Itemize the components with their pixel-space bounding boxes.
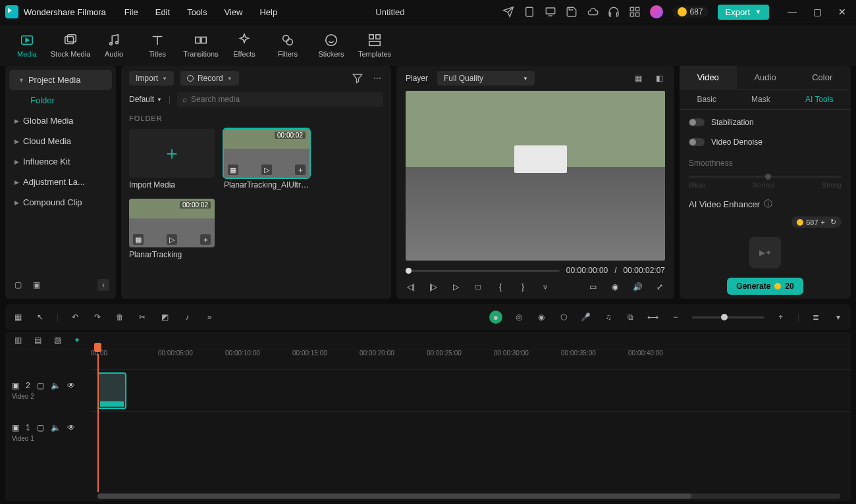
track-folder-icon[interactable]: ▢ (37, 423, 44, 432)
volume-icon[interactable]: 🔊 (632, 282, 643, 292)
record-icon[interactable]: ◉ (535, 311, 547, 323)
preview-viewport[interactable] (406, 91, 665, 261)
tab-templates[interactable]: Templates (353, 24, 396, 66)
h-scrollbar[interactable] (97, 493, 840, 499)
import-media-tile[interactable]: ＋ Import Media (129, 129, 215, 189)
track-mute-icon[interactable]: 🔈 (51, 381, 61, 390)
sidebar-adjustment-layer[interactable]: ▶Adjustment La... (5, 172, 116, 192)
mark-out-icon[interactable]: } (518, 282, 528, 292)
maximize-button[interactable]: ▢ (809, 7, 826, 17)
link-icon[interactable]: ⧉ (625, 311, 637, 323)
zoom-out-icon[interactable]: − (670, 311, 682, 323)
cut-icon[interactable]: ✂ (136, 311, 148, 323)
track-tool-3[interactable]: ▧ (51, 334, 63, 346)
media-clip-1[interactable]: 00:00:02 ▦▷＋ PlanarTracking_AIUltra... (224, 129, 309, 189)
crop-icon[interactable]: ◩ (159, 311, 171, 323)
fullscreen-icon[interactable]: ⤢ (655, 282, 665, 292)
headphones-icon[interactable] (608, 6, 620, 18)
inspector-tab-audio[interactable]: Audio (737, 66, 794, 89)
track-camera-icon[interactable]: ▣ (12, 381, 19, 390)
tracks-menu-icon[interactable]: ▾ (832, 311, 844, 323)
sidebar-global-media[interactable]: ▶Global Media (5, 111, 116, 131)
filter-icon[interactable] (352, 72, 363, 84)
prev-frame-icon[interactable]: ◁| (406, 282, 416, 292)
fit-icon[interactable]: ⟷ (647, 311, 659, 323)
time-ruler[interactable]: 00:00 00:00:05:00 00:00:10:00 00:00:15:0… (91, 349, 851, 369)
menu-tools[interactable]: Tools (187, 7, 207, 17)
delete-icon[interactable]: 🗑 (114, 311, 126, 323)
sidebar-cloud-media[interactable]: ▶Cloud Media (5, 131, 116, 151)
marker-icon[interactable]: ▿ (540, 282, 550, 292)
subtab-ai-tools[interactable]: AI Tools (805, 95, 833, 104)
track-body[interactable] (91, 411, 851, 453)
credits-chip[interactable]: 687 (672, 6, 708, 18)
track-camera-icon[interactable]: ▣ (12, 423, 19, 432)
quality-select[interactable]: Full Quality▼ (437, 71, 535, 86)
cursor-icon[interactable]: ↖ (34, 311, 46, 323)
apps-icon[interactable] (629, 6, 641, 18)
undo-icon[interactable]: ↶ (69, 311, 81, 323)
smoothness-slider[interactable] (689, 176, 842, 178)
track-tool-1[interactable]: ▥ (12, 334, 24, 346)
record-button[interactable]: Record▼ (180, 71, 239, 86)
tab-media[interactable]: Media (5, 24, 49, 66)
clip-add-icon[interactable]: ＋ (200, 234, 211, 245)
ai-tool-icon[interactable]: ◎ (513, 311, 525, 323)
folder-icon[interactable]: ▣ (30, 279, 42, 291)
snapshot-icon[interactable]: ◉ (610, 282, 620, 292)
redo-icon[interactable]: ↷ (92, 311, 103, 323)
clip-play-icon[interactable]: ▷ (261, 164, 272, 175)
track-mute-icon[interactable]: 🔈 (51, 423, 61, 432)
track-tool-4[interactable]: ✦ (71, 334, 83, 346)
more-icon[interactable]: ⋯ (371, 72, 383, 84)
sidebar-folder[interactable]: Folder (5, 90, 116, 111)
play-button[interactable]: ▷ (450, 282, 461, 292)
track-folder-icon[interactable]: ▢ (37, 381, 44, 390)
tab-stock-media[interactable]: Stock Media (49, 24, 92, 66)
menu-view[interactable]: View (224, 7, 242, 17)
step-back-icon[interactable]: |▷ (428, 282, 439, 292)
cloud-icon[interactable] (587, 6, 599, 18)
menu-edit[interactable]: Edit (155, 7, 170, 17)
display-icon[interactable]: ▭ (587, 282, 598, 292)
send-icon[interactable] (502, 6, 514, 18)
subtab-basic[interactable]: Basic (697, 95, 716, 104)
music-icon[interactable]: ♪ (181, 311, 193, 323)
scrub-bar[interactable] (406, 270, 560, 272)
clip-info-icon[interactable]: ▦ (228, 164, 238, 175)
grid-icon[interactable]: ▦ (632, 72, 644, 84)
stabilization-toggle[interactable] (689, 118, 705, 126)
sidebar-project-media[interactable]: ▼Project Media (9, 70, 112, 90)
tab-stickers[interactable]: Stickers (309, 24, 353, 66)
subtab-mask[interactable]: Mask (751, 95, 770, 104)
minimize-button[interactable]: — (784, 7, 801, 17)
audio-tool-icon[interactable]: ♫ (602, 311, 614, 323)
track-eye-icon[interactable]: 👁 (67, 381, 75, 390)
import-button[interactable]: Import▼ (129, 71, 174, 86)
tab-audio[interactable]: Audio (92, 24, 136, 66)
desktop-icon[interactable] (545, 6, 556, 18)
inspector-tab-color[interactable]: Color (793, 66, 851, 89)
image-icon[interactable]: ◧ (653, 72, 665, 84)
sidebar-influence-kit[interactable]: ▶Influence Kit (5, 151, 116, 172)
new-folder-icon[interactable]: ▢ (12, 279, 24, 291)
track-eye-icon[interactable]: 👁 (67, 423, 75, 432)
stop-button[interactable]: □ (473, 282, 483, 292)
sidebar-compound-clip[interactable]: ▶Compound Clip (5, 192, 116, 213)
inspector-tab-video[interactable]: Video (680, 66, 737, 89)
tracks-icon[interactable]: ≣ (810, 311, 822, 323)
zoom-in-icon[interactable]: + (775, 311, 787, 323)
clip-add-icon[interactable]: ＋ (295, 164, 306, 175)
menu-help[interactable]: Help (259, 7, 277, 17)
clip-info-icon[interactable]: ▦ (133, 234, 144, 245)
zoom-slider[interactable] (692, 316, 764, 318)
more-tools-icon[interactable]: » (203, 311, 215, 323)
mic-icon[interactable]: 🎤 (580, 311, 592, 323)
ai-icon[interactable]: ☻ (489, 311, 502, 324)
save-icon[interactable] (566, 6, 577, 18)
denoise-toggle[interactable] (689, 138, 705, 146)
tab-titles[interactable]: Titles (136, 24, 179, 66)
enhancer-credits[interactable]: 687+↻ (791, 216, 842, 228)
collapse-sidebar-button[interactable]: ‹ (97, 279, 109, 291)
sort-select[interactable]: Default▼ (129, 95, 162, 104)
